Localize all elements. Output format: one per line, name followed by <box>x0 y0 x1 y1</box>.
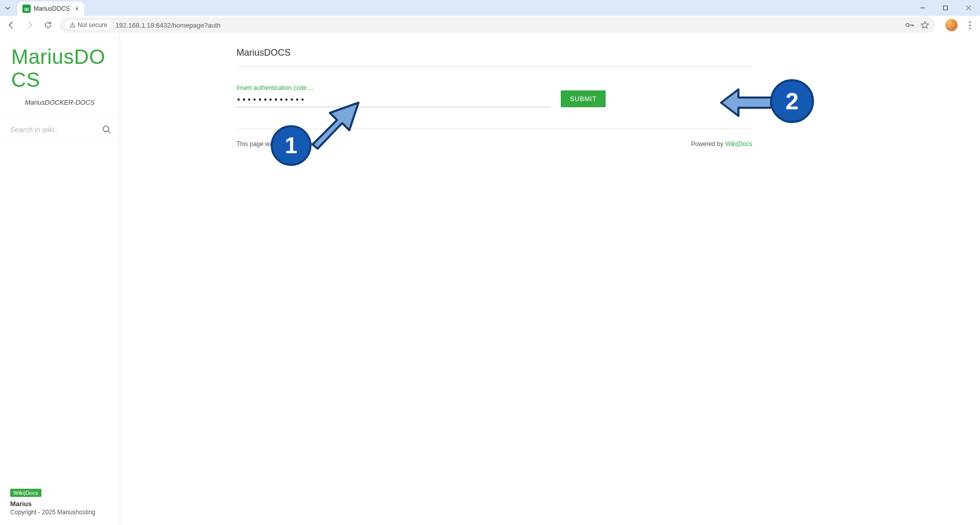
site-subtitle: MariusDOCKER-DOCS <box>0 93 119 117</box>
address-bar[interactable]: Not secure 192.168.1.18:6432/homepage?au… <box>59 17 935 33</box>
key-icon[interactable] <box>905 21 915 29</box>
search-icon[interactable] <box>102 125 111 134</box>
auth-section: Insert authentication code.... SUBMIT <box>236 67 752 129</box>
wikidocs-badge[interactable]: Wiki|Docs <box>10 489 41 497</box>
security-indicator[interactable]: Not secure <box>65 20 111 30</box>
window-minimize-button[interactable] <box>911 0 934 16</box>
browser-tab[interactable]: ш MariusDOCS × <box>17 2 84 16</box>
page-title: MariusDOCS <box>236 34 752 67</box>
powered-by: Powered by Wiki|Docs <box>691 140 752 148</box>
auth-label: Insert authentication code.... <box>236 84 551 91</box>
warning-icon <box>69 22 76 28</box>
footer-copyright: Copyright - 2025 Mariushosting <box>10 509 109 516</box>
browser-toolbar: Not secure 192.168.1.18:6432/homepage?au… <box>0 16 980 34</box>
sidebar: MariusDOCS MariusDOCKER-DOCS Wiki|Docs M… <box>0 34 120 525</box>
nav-forward-button[interactable] <box>22 18 37 32</box>
search-input[interactable] <box>10 126 102 134</box>
svg-rect-0 <box>944 6 948 10</box>
page-footer: This page was last edited on Powered by … <box>236 129 752 159</box>
site-title[interactable]: MariusDOCS <box>0 34 119 93</box>
tab-list-dropdown[interactable] <box>0 0 15 16</box>
window-controls <box>911 0 980 16</box>
auth-code-input[interactable] <box>236 93 551 107</box>
window-close-button[interactable] <box>957 0 980 16</box>
footer-author: Marius <box>10 500 109 508</box>
security-label: Not secure <box>78 21 107 29</box>
close-tab-icon[interactable]: × <box>75 5 79 13</box>
search-wrap <box>0 117 119 142</box>
wikidocs-link[interactable]: Wiki|Docs <box>725 140 752 148</box>
last-edited-text: This page was last edited on <box>236 140 314 148</box>
url-text: 192.168.1.18:6432/homepage?auth <box>115 21 221 29</box>
nav-reload-button[interactable] <box>41 18 55 32</box>
sidebar-footer: Wiki|Docs Marius Copyright - 2025 Marius… <box>0 484 119 525</box>
tab-title: MariusDOCS <box>34 5 70 12</box>
window-maximize-button[interactable] <box>934 0 957 16</box>
bookmark-star-icon[interactable] <box>921 21 929 29</box>
profile-avatar[interactable] <box>945 19 958 31</box>
page-content: MariusDOCS MariusDOCKER-DOCS Wiki|Docs M… <box>0 34 980 525</box>
svg-point-1 <box>906 23 909 27</box>
svg-point-2 <box>103 126 109 132</box>
browser-tab-strip: ш MariusDOCS × <box>0 0 980 16</box>
arrow-right-icon <box>26 21 34 29</box>
arrow-left-icon <box>7 21 15 29</box>
nav-back-button[interactable] <box>4 18 18 32</box>
reload-icon <box>44 21 52 29</box>
tab-favicon: ш <box>22 5 31 13</box>
main-area: MariusDOCS Insert authentication code...… <box>120 34 980 525</box>
submit-button[interactable]: SUBMIT <box>561 90 606 107</box>
browser-menu-button[interactable] <box>964 21 976 29</box>
chevron-down-icon <box>5 5 11 11</box>
